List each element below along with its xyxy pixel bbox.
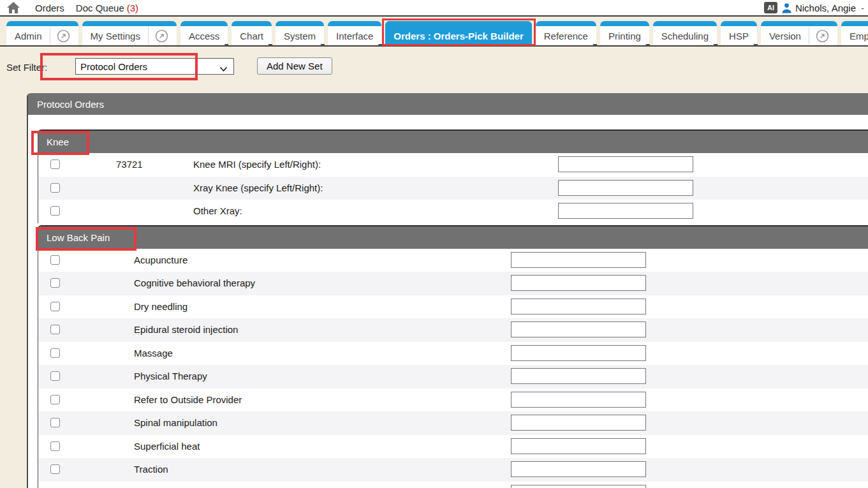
row-checkbox[interactable] [50,183,60,193]
order-label: Refer to Outside Provider [134,394,242,405]
row-checkbox[interactable] [50,441,60,451]
order-detail-input[interactable] [511,275,646,291]
order-detail-input[interactable] [558,180,693,196]
order-row: Other Xray: [38,200,868,223]
tab-divider [809,27,809,45]
tab-accent-bar [6,21,78,26]
tab-my-settings[interactable]: My Settings [82,21,177,45]
topbar-link-doc-queue[interactable]: Doc Queue [76,3,124,13]
tab-accent-bar [180,21,228,26]
order-detail-input[interactable] [511,392,646,408]
order-detail-input[interactable] [511,461,646,477]
order-label: Traction [134,464,168,475]
tab-accent-bar [328,21,381,26]
tab-accent-bar [600,21,649,26]
tab-system[interactable]: System [276,21,324,45]
open-in-new-icon[interactable] [155,29,168,43]
order-row: Superficial heat [38,435,868,459]
open-in-new-icon[interactable] [816,29,829,43]
order-detail-input[interactable] [511,415,646,431]
open-in-new-icon[interactable] [57,29,70,43]
tab-accent-bar [761,21,837,26]
tab-label: Employer Organizations [850,31,868,41]
tab-divider [50,27,50,45]
row-checkbox[interactable] [50,464,60,474]
order-label: Dry needling [134,301,188,312]
row-checkbox[interactable] [50,371,60,381]
order-code: 73721 [116,159,143,170]
tab-version[interactable]: Version [761,21,837,45]
order-row: Traction [38,458,868,482]
order-detail-input[interactable] [511,438,646,454]
tab-label: Chart [240,31,263,41]
order-row: 73721 Knee MRI (specify Left/Right): [38,153,868,177]
order-detail-input[interactable] [511,368,646,384]
order-detail-input[interactable] [511,252,646,268]
order-label: Xray Knee (specify Left/Right): [193,182,323,193]
tab-accent-bar [653,21,717,26]
tab-divider [148,27,149,45]
tab-employer-organizations[interactable]: Employer Organizations [841,21,868,45]
protocol-orders-panel: Protocol Orders Knee 73721 Knee MRI (spe… [27,93,868,488]
order-detail-input[interactable] [558,156,693,172]
row-checkbox[interactable] [50,418,60,427]
tab-access[interactable]: Access [180,21,228,45]
user-icon [781,3,792,13]
set-filter-selected-value: Protocol Orders [80,61,147,72]
order-row: Acupuncture [38,249,868,272]
tab-reference[interactable]: Reference [536,21,596,45]
tab-label: Orders : Orders-Pick Builder [394,31,523,41]
topbar-link-orders[interactable]: Orders [35,3,64,13]
section-header-low-back-pain: Low Back Pain [38,226,868,249]
row-checkbox[interactable] [50,395,60,404]
tab-interface[interactable]: Interface [328,21,381,45]
home-icon[interactable] [6,1,21,14]
ai-badge[interactable]: AI [764,2,777,13]
order-label: Other Xray: [193,205,242,216]
order-detail-input[interactable] [511,322,646,337]
section-low-back-pain: Low Back Pain Acupuncture Cognitive beha… [38,225,868,488]
tab-label: Admin [15,31,42,41]
tab-accent-bar [841,21,868,26]
tab-accent-bar [721,21,757,26]
tab-orders-pick-builder[interactable]: Orders : Orders-Pick Builder [385,21,531,45]
order-label: Massage [134,348,173,359]
order-detail-input[interactable] [511,345,646,361]
tab-accent-bar [276,21,324,26]
tab-chart[interactable]: Chart [232,21,272,45]
tab-scheduling[interactable]: Scheduling [653,21,717,45]
row-checkbox[interactable] [50,348,60,358]
order-label: Epidural steroid injection [134,324,238,335]
tab-label: HSP [729,31,749,41]
doc-queue-count: (3) [127,3,138,13]
order-row: Yoga [38,482,868,488]
order-row: Xray Knee (specify Left/Right): [38,177,868,200]
order-detail-input[interactable] [511,299,646,314]
panel-title-bar: Protocol Orders [28,93,868,115]
row-checkbox[interactable] [50,278,60,288]
tab-hsp[interactable]: HSP [721,21,757,45]
tab-label: Reference [544,31,588,41]
tab-printing[interactable]: Printing [600,21,649,45]
row-checkbox[interactable] [50,159,60,169]
set-filter-select[interactable]: Protocol Orders [75,58,234,75]
order-row: Epidural steroid injection [38,318,868,342]
row-checkbox[interactable] [50,325,60,334]
tab-admin[interactable]: Admin [6,21,78,45]
add-new-set-button[interactable]: Add New Set [257,57,332,75]
panel-title: Protocol Orders [37,99,104,110]
tab-label: Access [189,31,219,41]
order-label: Physical Therapy [134,371,207,381]
tab-label: Printing [608,31,641,41]
tab-label: Version [769,31,801,41]
row-checkbox[interactable] [50,302,60,311]
section-knee: Knee 73721 Knee MRI (specify Left/Right)… [38,129,868,223]
row-checkbox[interactable] [50,255,60,265]
order-row: Spinal manipulation [38,411,868,435]
user-name[interactable]: Nichols, Angie [795,3,856,13]
order-detail-input[interactable] [558,203,693,219]
order-row: Massage [38,342,868,366]
row-checkbox[interactable] [50,206,60,216]
order-detail-input[interactable] [511,485,646,488]
set-filter-strip: Set Filter: Protocol Orders Add New Set [0,47,868,92]
